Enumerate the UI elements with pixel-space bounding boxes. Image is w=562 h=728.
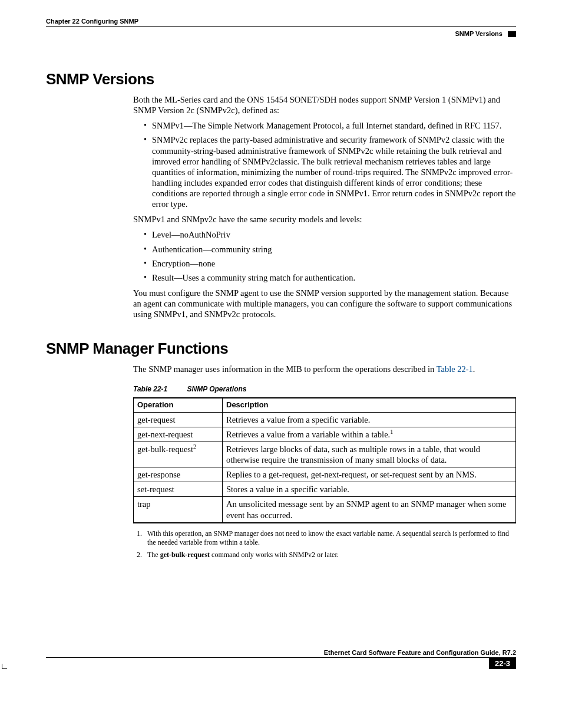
page: Chapter 22 Configuring SNMP SNMP Version… xyxy=(0,0,562,681)
crop-mark-icon xyxy=(2,664,7,669)
table-row: get-responseReplies to a get-request, ge… xyxy=(134,467,516,482)
bullet-list: Level—noAuthNoPriv Authentication—commun… xyxy=(133,229,516,283)
table-title: SNMP Operations xyxy=(187,385,247,393)
list-item: SNMPv2c replaces the party-based adminis… xyxy=(144,134,516,209)
list-item: Result—Uses a community string match for… xyxy=(144,272,516,283)
table-row: get-bulk-request2Retrieves large blocks … xyxy=(134,442,516,467)
table-row: trapAn unsolicited message sent by an SN… xyxy=(134,497,516,523)
table-footnotes: With this operation, an SNMP manager doe… xyxy=(133,529,516,559)
cell-description: Retrieves large blocks of data, such as … xyxy=(223,442,516,467)
table-row: set-requestStores a value in a specific … xyxy=(134,482,516,497)
table-header-row: Operation Description xyxy=(134,398,516,412)
cell-operation: get-next-request xyxy=(134,427,223,442)
cell-operation: get-bulk-request2 xyxy=(134,442,223,467)
list-item: SNMPv1—The Simple Network Management Pro… xyxy=(144,120,516,131)
cell-operation: set-request xyxy=(134,482,223,497)
list-item: Level—noAuthNoPriv xyxy=(144,229,516,240)
table-row: get-requestRetrieves a value from a spec… xyxy=(134,412,516,427)
footnote-2: The get-bulk-request command only works … xyxy=(144,551,516,559)
page-footer: Ethernet Card Software Feature and Confi… xyxy=(46,649,516,669)
table-row: get-next-requestRetrieves a value from a… xyxy=(134,427,516,442)
section-title-snmp-versions: SNMP Versions xyxy=(46,70,516,88)
cell-description: An unsolicited message sent by an SNMP a… xyxy=(223,497,516,523)
body-text: Both the ML-Series card and the ONS 1545… xyxy=(133,94,516,116)
chapter-label: Chapter 22 Configuring SNMP xyxy=(46,18,516,25)
cell-description: Retrieves a value from a specific variab… xyxy=(223,412,516,427)
cell-description: Replies to a get-request, get-next-reque… xyxy=(223,467,516,482)
snmp-operations-table: Operation Description get-requestRetriev… xyxy=(133,397,516,523)
body-text: SNMPv1 and SNMpv2c have the same securit… xyxy=(133,214,516,225)
text-run: The xyxy=(147,551,160,559)
cell-operation: get-request xyxy=(134,412,223,427)
cell-operation: trap xyxy=(134,497,223,523)
list-item: Encryption—none xyxy=(144,258,516,269)
header-section-text: SNMP Versions xyxy=(455,30,503,37)
footer-bar: 22-3 xyxy=(46,658,516,669)
text-run: command only works with SNMPv2 or later. xyxy=(210,551,339,559)
col-operation: Operation xyxy=(134,398,223,412)
section-title-snmp-manager: SNMP Manager Functions xyxy=(46,340,516,358)
col-description: Description xyxy=(223,398,516,412)
page-header: Chapter 22 Configuring SNMP xyxy=(46,18,516,27)
footnote-1: With this operation, an SNMP manager doe… xyxy=(144,529,516,547)
section-body-snmp-versions: Both the ML-Series card and the ONS 1545… xyxy=(133,94,516,319)
body-text: You must configure the SNMP agent to use… xyxy=(133,288,516,319)
header-section: SNMP Versions xyxy=(46,30,516,37)
list-item: Authentication—community string xyxy=(144,244,516,255)
text-run: The SNMP manager uses information in the… xyxy=(133,364,437,374)
table-caption: Table 22-1 SNMP Operations xyxy=(133,385,516,394)
bullet-list: SNMPv1—The Simple Network Management Pro… xyxy=(133,120,516,209)
cell-description: Stores a value in a specific variable. xyxy=(223,482,516,497)
section-body-snmp-manager: The SNMP manager uses information in the… xyxy=(133,364,516,559)
table-number: Table 22-1 xyxy=(133,385,167,393)
text-run: . xyxy=(473,364,475,374)
footer-title: Ethernet Card Software Feature and Confi… xyxy=(46,649,516,658)
header-marker-icon xyxy=(508,31,516,37)
cell-operation: get-response xyxy=(134,467,223,482)
page-number-badge: 22-3 xyxy=(489,658,516,669)
table-link[interactable]: Table 22-1 xyxy=(437,364,473,374)
text-bold: get-bulk-request xyxy=(160,551,210,559)
cell-description: Retrieves a value from a variable within… xyxy=(223,427,516,442)
body-text: The SNMP manager uses information in the… xyxy=(133,364,516,374)
